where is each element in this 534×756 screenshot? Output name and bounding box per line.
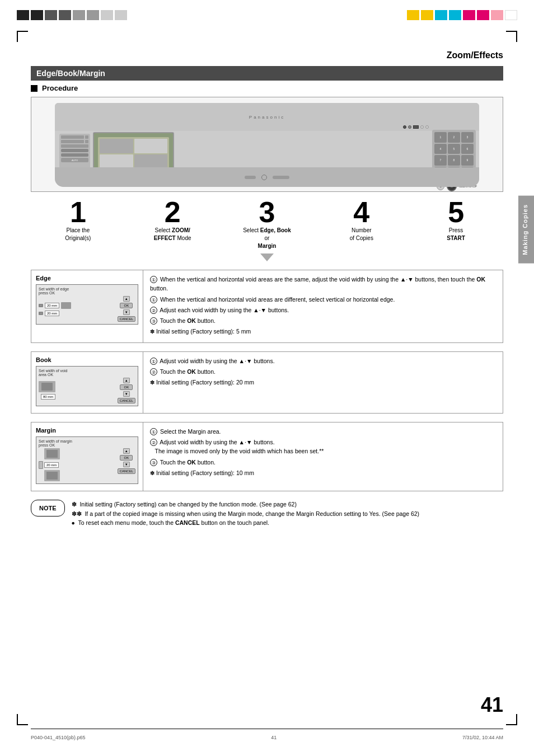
copier-brand: Panasonic <box>249 115 285 120</box>
corner-mark-br <box>506 714 517 725</box>
book-screen-area: Book Set width of voidarea OK 80 mm ▲ <box>31 352 143 413</box>
main-content: Procedure Panasonic AUTO <box>31 84 503 528</box>
step-4-desc: Numberof Copies <box>350 227 373 242</box>
step-1-number: 1 <box>70 198 86 227</box>
procedure-title: Procedure <box>42 84 78 92</box>
step-2-number: 2 <box>165 198 181 227</box>
corner-mark-tl <box>17 31 28 42</box>
section-header: Edge/Book/Margin <box>31 66 503 81</box>
margin-section: Margin Set width of marginpress OK <box>31 422 503 491</box>
top-bar-right <box>407 10 517 20</box>
side-tab: Making Copies <box>518 196 534 264</box>
step-2: 2 Select ZOOM/EFFECT Mode <box>125 198 220 242</box>
step-4-number: 4 <box>353 198 369 227</box>
step-2-desc: Select ZOOM/EFFECT Mode <box>154 227 191 242</box>
step-5: 5 PressSTART <box>409 198 503 242</box>
footer: P040-041_4510(pb).p65 41 7/31/02, 10:44 … <box>31 735 503 740</box>
footer-left: P040-041_4510(pb).p65 <box>31 735 86 740</box>
top-bar-left <box>17 10 127 20</box>
page-title-text: Zoom/Effects <box>447 50 503 60</box>
heading-square-icon <box>31 85 38 92</box>
edge-title: Edge <box>36 275 138 281</box>
margin-instructions: ① Select the Margin area. ② Adjust void … <box>143 422 503 491</box>
step-3: 3 Select Edge, Book orMargin <box>220 198 315 261</box>
step-5-number: 5 <box>448 198 464 227</box>
book-title: Book <box>36 356 138 363</box>
footer-line <box>31 729 503 729</box>
book-screen-mockup: Set width of voidarea OK 80 mm ▲ OK ▼ <box>36 366 138 406</box>
corner-mark-bl <box>17 714 28 725</box>
edge-screen-mockup: Set width of edgepress OK ↔ 20 mm ↕ 20 m… <box>36 284 138 325</box>
step-3-desc: Select Edge, Book orMargin <box>242 227 292 250</box>
step-1: 1 Place theOriginal(s) <box>31 198 125 242</box>
procedure-heading: Procedure <box>31 84 503 92</box>
corner-mark-tr <box>506 31 517 42</box>
margin-screen-area: Margin Set width of marginpress OK <box>31 422 143 491</box>
step-5-desc: PressSTART <box>447 227 465 242</box>
note-content: ✽ Initial setting (Factory setting) can … <box>72 500 420 528</box>
copier-illustration: Panasonic AUTO <box>31 97 503 192</box>
footer-right: 7/31/02, 10:44 AM <box>462 735 503 740</box>
margin-screen-mockup: Set width of marginpress OK 20 mm <box>36 436 138 484</box>
page-number: 41 <box>481 693 503 717</box>
step-4: 4 Numberof Copies <box>314 198 409 242</box>
note-box: NOTE <box>31 500 65 516</box>
note-section: NOTE ✽ Initial setting (Factory setting)… <box>31 500 503 528</box>
step-1-desc: Place theOriginal(s) <box>65 227 91 242</box>
edge-instructions: ① When the vertical and horizontal void … <box>143 270 503 342</box>
margin-title: Margin <box>36 427 138 434</box>
footer-center: 41 <box>271 735 277 740</box>
book-instructions: ① Adjust void width by using the ▲·▼ but… <box>143 352 503 413</box>
edge-section: Edge Set width of edgepress OK ↔ 20 mm ↕… <box>31 270 503 343</box>
book-section: Book Set width of voidarea OK 80 mm ▲ <box>31 351 503 414</box>
edge-screen-area: Edge Set width of edgepress OK ↔ 20 mm ↕… <box>31 270 143 342</box>
page-title: Zoom/Effects <box>447 50 503 60</box>
steps-row: 1 Place theOriginal(s) 2 Select ZOOM/EFF… <box>31 198 503 261</box>
note-label: NOTE <box>39 505 57 511</box>
step-3-number: 3 <box>259 198 275 227</box>
